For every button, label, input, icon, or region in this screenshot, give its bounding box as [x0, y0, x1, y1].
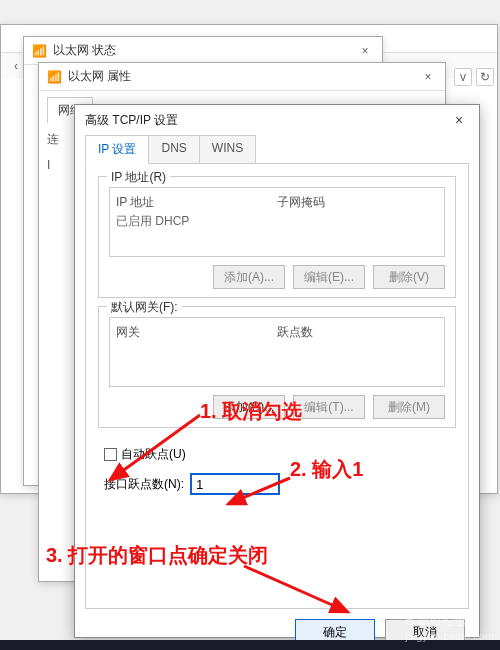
remove-gateway-button[interactable]: 删除(M) [373, 395, 445, 419]
add-gateway-button[interactable]: 添加(D)... [213, 395, 285, 419]
col-gateway: 网关 [116, 324, 277, 341]
dropdown-icon[interactable]: v [454, 68, 472, 86]
auto-metric-row: 自动跃点(U) [104, 446, 456, 463]
network-icon: 📶 [47, 70, 62, 84]
dhcp-enabled-text: 已启用 DHCP [116, 213, 277, 230]
ip-address-list[interactable]: IP 地址 子网掩码 已启用 DHCP [109, 187, 445, 257]
dialog-title: 高级 TCP/IP 设置 [85, 112, 449, 129]
dialog-tabs: IP 设置 DNS WINS [75, 135, 479, 164]
default-gateway-label: 默认网关(F): [107, 299, 182, 316]
ethernet-properties-title: 以太网 属性 [68, 68, 419, 85]
network-icon: 📶 [32, 44, 47, 58]
interface-metric-row: 接口跃点数(N): [104, 473, 456, 495]
dialog-titlebar: 高级 TCP/IP 设置 × [75, 105, 479, 135]
add-ip-button[interactable]: 添加(A)... [213, 265, 285, 289]
advanced-tcpip-dialog: 高级 TCP/IP 设置 × IP 设置 DNS WINS IP 地址(R) I… [74, 104, 480, 638]
ethernet-status-title: 以太网 状态 [53, 42, 356, 59]
remove-ip-button[interactable]: 删除(V) [373, 265, 445, 289]
ip-addresses-label: IP 地址(R) [107, 169, 170, 186]
table-row[interactable]: 已启用 DHCP [116, 211, 438, 232]
default-gateway-group: 默认网关(F): 网关 跃点数 添加(D)... 编辑(T)... 删除(M) [98, 306, 456, 428]
col-subnet-mask: 子网掩码 [277, 194, 438, 211]
ip-addresses-group: IP 地址(R) IP 地址 子网掩码 已启用 DHCP 添加(A)... 编辑… [98, 176, 456, 298]
edit-ip-button[interactable]: 编辑(E)... [293, 265, 365, 289]
auto-metric-label: 自动跃点(U) [121, 446, 186, 463]
toolbar-right: v ↻ [454, 68, 494, 86]
ip-settings-panel: IP 地址(R) IP 地址 子网掩码 已启用 DHCP 添加(A)... 编辑… [85, 163, 469, 609]
interface-metric-label: 接口跃点数(N): [104, 476, 184, 493]
ethernet-status-titlebar: 📶 以太网 状态 × [24, 37, 382, 65]
interface-metric-input[interactable] [190, 473, 280, 495]
tab-dns[interactable]: DNS [148, 135, 199, 164]
auto-metric-checkbox[interactable] [104, 448, 117, 461]
close-icon[interactable]: × [449, 112, 469, 128]
ethernet-properties-titlebar: 📶 以太网 属性 × [39, 63, 445, 91]
col-ip-address: IP 地址 [116, 194, 277, 211]
edit-gateway-button[interactable]: 编辑(T)... [293, 395, 365, 419]
close-icon[interactable]: × [419, 70, 437, 84]
gateway-list[interactable]: 网关 跃点数 [109, 317, 445, 387]
watermark: Baidu经验 jingyan.baidu.com [405, 612, 494, 642]
close-icon[interactable]: × [356, 44, 374, 58]
tab-wins[interactable]: WINS [199, 135, 256, 164]
col-metric: 跃点数 [277, 324, 438, 341]
refresh-icon[interactable]: ↻ [476, 68, 494, 86]
tab-ip-settings[interactable]: IP 设置 [85, 135, 149, 164]
